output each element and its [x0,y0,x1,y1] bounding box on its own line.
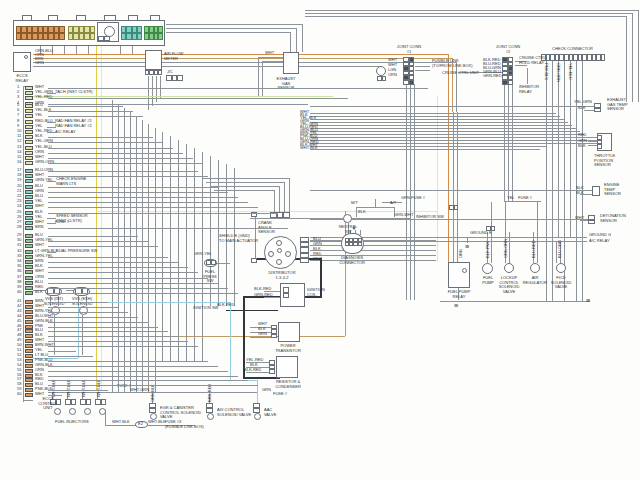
ecu-pin-wire-color: WHT [35,243,44,247]
wire [588,137,597,138]
wire [48,153,183,154]
fuel-injector-pins [101,399,107,405]
ignition-coil-pins [283,293,289,299]
ecu-pin [25,104,33,108]
distributor-terminal [276,259,282,265]
aiv-solenoid-body [207,413,214,420]
aac-valve-label: AAC VALVE [264,408,276,417]
wire [289,178,290,213]
fuel-injectors-label: FUEL INJECTORS [55,420,89,424]
wire [279,186,280,213]
wire-label: GROUND G [589,233,611,237]
egr-solenoid-pins [149,408,156,413]
wire [148,124,149,392]
wire-label: WHT [265,51,274,55]
throttle-position-sensor-label: THROTTLE POSITION SENSOR [594,154,615,167]
eccs-relay-label: ECCS RELAY [8,74,36,83]
wire-label: WHT-GRN [130,388,149,392]
wire-label: (FUSIBLE LINK BOX) [165,425,204,429]
ecu-pin [25,374,33,378]
wire [310,190,592,191]
wire [310,113,556,114]
wire [440,301,590,302]
wire-label: WHT-BLK [67,379,71,397]
wire [310,149,540,150]
ecu-pin-wire-color: ORN [35,275,44,279]
ecu-pin [25,156,33,160]
ecu-pin [25,325,33,329]
distributor-connector-strip [300,258,309,263]
wire [48,267,188,268]
wire [33,54,448,55]
wire [305,16,626,17]
ground-symbol: ≡ [465,243,469,250]
wire [262,61,283,62]
wire [410,84,411,300]
resistor-condenser-label: RESISTOR & CONDENSER [266,380,310,389]
wire [48,171,198,172]
wire [48,111,133,112]
wire [230,302,231,380]
ecu-pin [25,200,33,204]
wire [310,260,436,261]
wire [310,134,584,135]
inline-connector [454,205,459,210]
ecu-pin [25,125,33,129]
wire [48,351,76,352]
fuel-pump-relay-label: FUEL PUMP RELAY [438,290,480,299]
distributor-rotor [277,248,282,253]
ecu-connector-tab [128,15,138,21]
detonation-sensor-pins [588,220,595,225]
wire [48,148,173,149]
wire-label: GRN [262,388,271,392]
wire [48,312,128,313]
wire [48,176,208,177]
wire [456,62,457,112]
ecu-pin [25,195,33,199]
ecu-pin-wire-color: BLK [35,210,43,214]
ecu-pin-number: 32 [17,249,21,253]
aiv-solenoid-pins [206,408,213,413]
ecu-pin-number: 37 [17,275,21,279]
ecu-pin [25,161,33,165]
wire [48,336,178,337]
diagnosis-connector-pins: 8 [358,242,362,246]
wire-label: BLK [576,191,584,195]
wire [48,278,208,279]
ecu-pin-number: 55 [17,368,21,372]
wire [576,61,577,301]
wire-label: GRN-YEL [194,252,212,256]
ecu-pin [25,190,33,194]
ecu-pin [25,354,33,358]
ecu-pin [25,344,33,348]
ecu-pins-teal [137,33,142,40]
joint-conn-1-label: JOINT CONN #1 [394,45,424,54]
wire [48,371,228,372]
wire [64,46,65,54]
ecu-pin [25,383,33,387]
aiv-solenoid-label: AIV CONTROL SOLENOID VALVE [217,408,251,417]
wire [206,182,284,183]
wire [48,317,138,318]
wire [48,132,56,133]
wire [226,310,278,311]
wire [23,86,24,402]
wire-label: BLK-RED [217,303,234,307]
wire [632,13,633,102]
fuel-injector-body [99,408,106,415]
wire-label: BLK [578,144,586,148]
fuel-injector-body [84,408,91,415]
wire-label: GRN-RED [254,293,273,297]
wire [406,84,407,300]
power-transistor-box [278,322,300,342]
wire-label: ORN-BLK [151,384,155,402]
wire [166,24,302,25]
engine-temp-sensor-label: ENGINE TEMP SENSOR [604,183,621,196]
wire [48,302,108,303]
wire [515,65,527,66]
engine-temp-sensor-box [592,186,600,196]
wire [48,187,218,188]
relay-contact [24,55,28,59]
detonation-sensor-label: DETONATION SENSOR [600,214,626,223]
air-flow-meter-box [145,50,162,70]
